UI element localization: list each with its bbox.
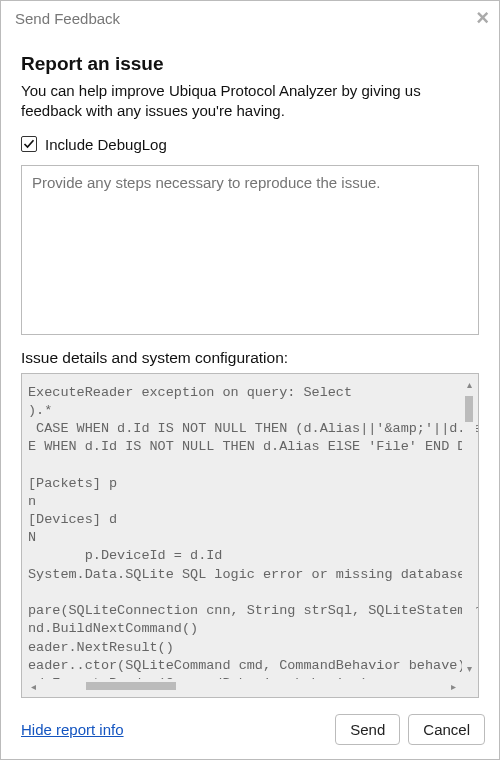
issue-details-text: ExecuteReader exception on query: Select…: [28, 384, 466, 694]
check-icon: [23, 138, 35, 150]
repro-steps-input[interactable]: [21, 165, 479, 335]
scroll-left-icon[interactable]: ◂: [26, 679, 40, 693]
vertical-scrollbar[interactable]: ▴ ▾: [462, 378, 476, 676]
hide-report-info-link[interactable]: Hide report info: [21, 721, 124, 738]
description-text: You can help improve Ubiqua Protocol Ana…: [21, 81, 479, 122]
vertical-scroll-thumb[interactable]: [465, 396, 473, 422]
content-area: Report an issue You can help improve Ubi…: [1, 35, 499, 710]
include-debuglog-label: Include DebugLog: [45, 136, 167, 153]
include-debuglog-checkbox[interactable]: [21, 136, 37, 152]
close-icon[interactable]: ×: [476, 7, 489, 29]
button-row: Send Cancel: [335, 714, 485, 745]
feedback-dialog: Send Feedback × Report an issue You can …: [0, 0, 500, 760]
issue-details-scroll[interactable]: ExecuteReader exception on query: Select…: [22, 374, 478, 698]
page-title: Report an issue: [21, 53, 479, 75]
footer: Hide report info Send Cancel: [1, 710, 499, 759]
window-title: Send Feedback: [15, 10, 120, 27]
scroll-up-icon[interactable]: ▴: [462, 378, 476, 392]
scroll-down-icon[interactable]: ▾: [462, 661, 476, 675]
horizontal-scrollbar[interactable]: ◂ ▸: [26, 679, 460, 693]
horizontal-scroll-thumb[interactable]: [86, 682, 176, 690]
send-button[interactable]: Send: [335, 714, 400, 745]
cancel-button[interactable]: Cancel: [408, 714, 485, 745]
include-debuglog-row: Include DebugLog: [21, 136, 479, 153]
scroll-right-icon[interactable]: ▸: [446, 679, 460, 693]
titlebar: Send Feedback ×: [1, 1, 499, 35]
issue-details-panel: ExecuteReader exception on query: Select…: [21, 373, 479, 699]
issue-details-label: Issue details and system configuration:: [21, 349, 479, 367]
